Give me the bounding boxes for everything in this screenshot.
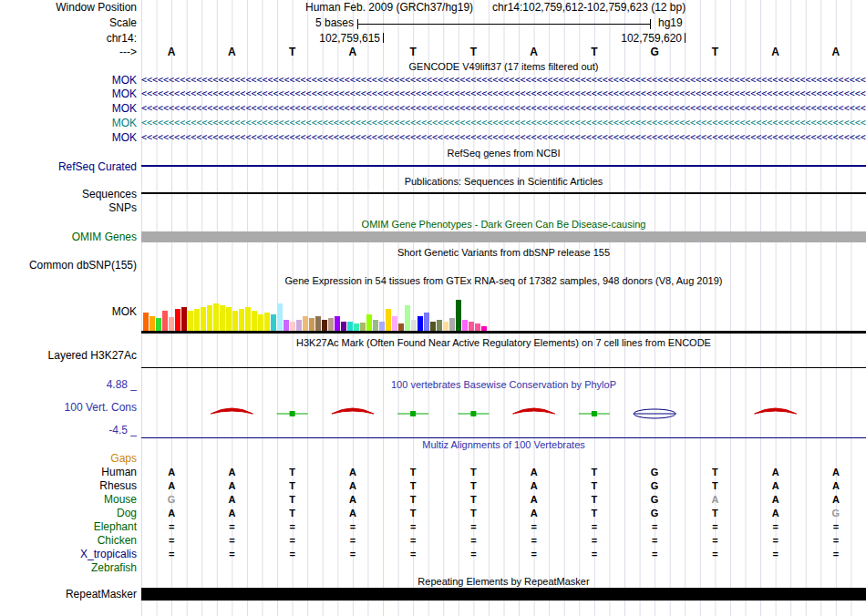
alignment-cell: G	[832, 508, 840, 519]
gtex-tissue-bar[interactable]	[335, 316, 340, 331]
sequences-label[interactable]: Sequences	[0, 189, 137, 200]
repeatmasker-bar[interactable]	[141, 588, 866, 601]
gtex-tissue-bar[interactable]	[424, 313, 429, 331]
alignment-cell: A	[349, 508, 356, 519]
chrom-label: chr14:	[0, 33, 137, 45]
gtex-tissue-bar[interactable]	[322, 320, 327, 331]
gene-label[interactable]: MOK	[0, 103, 137, 115]
gtex-gene-label[interactable]: MOK	[0, 306, 137, 318]
gtex-tissue-bar[interactable]	[437, 320, 442, 331]
gtex-tissue-bar[interactable]	[213, 303, 219, 331]
gtex-tissue-bar[interactable]	[354, 323, 359, 331]
gtex-tissue-bar[interactable]	[188, 311, 193, 331]
gene-label[interactable]: MOK	[0, 75, 137, 87]
gtex-tissue-bar[interactable]	[175, 309, 180, 331]
snps-label[interactable]: SNPs	[0, 202, 137, 214]
alignment-cell: A	[531, 508, 538, 519]
gtex-tissue-bar[interactable]	[373, 320, 378, 331]
gtex-tissue-bar[interactable]	[328, 318, 334, 331]
gene-track-row[interactable]: <<<<<<<<<<<<<<<<<<<<<<<<<<<<<<<<<<<<<<<<…	[141, 132, 866, 144]
alignment-cell: =	[833, 549, 839, 560]
refseq-curated-label[interactable]: RefSeq Curated	[0, 161, 137, 173]
gtex-tissue-bar[interactable]	[284, 320, 289, 331]
gtex-tissue-bar[interactable]	[264, 313, 270, 331]
alignment-cell: A	[832, 480, 840, 492]
gtex-tissue-bar[interactable]	[341, 322, 346, 331]
gtex-tissue-bar[interactable]	[315, 316, 321, 331]
species-label[interactable]: Dog	[0, 508, 137, 519]
phylop-conservation-track[interactable]	[141, 390, 866, 436]
gtex-tissue-bar[interactable]	[443, 322, 448, 331]
gtex-tissue-bar[interactable]	[239, 309, 244, 331]
species-label[interactable]: Rhesus	[0, 480, 137, 492]
alignment-cell: =	[833, 521, 839, 533]
gtex-tissue-bar[interactable]	[271, 314, 276, 331]
omim-genes-label[interactable]: OMIM Genes	[0, 231, 137, 243]
species-label[interactable]: Gaps	[0, 453, 137, 465]
gtex-expression-bars	[143, 296, 488, 331]
gtex-tissue-bar[interactable]	[156, 318, 161, 331]
refseq-gene-bar[interactable]	[141, 165, 866, 167]
omim-gene-bar[interactable]	[141, 231, 866, 242]
species-label[interactable]: X_tropicalis	[0, 549, 137, 560]
alignment-cell: T	[712, 508, 718, 519]
gtex-tissue-bar[interactable]	[143, 313, 149, 331]
species-label[interactable]: Zebrafish	[0, 562, 137, 574]
dbsnp-label[interactable]: Common dbSNP(155)	[0, 260, 137, 272]
gene-label[interactable]: MOK	[0, 118, 137, 129]
gtex-tissue-bar[interactable]	[290, 322, 295, 331]
species-label[interactable]: Human	[0, 467, 137, 478]
gtex-tissue-bar[interactable]	[469, 322, 474, 331]
species-label[interactable]: Mouse	[0, 494, 137, 506]
gtex-tissue-bar[interactable]	[347, 322, 353, 331]
gtex-tissue-bar[interactable]	[232, 311, 238, 331]
gtex-tissue-bar[interactable]	[162, 311, 168, 331]
gene-track-row[interactable]: <<<<<<<<<<<<<<<<<<<<<<<<<<<<<<<<<<<<<<<<…	[141, 103, 866, 115]
gtex-tissue-bar[interactable]	[366, 314, 372, 331]
h3k27ac-label[interactable]: Layered H3K27Ac	[0, 350, 137, 362]
gtex-tissue-bar[interactable]	[252, 311, 257, 331]
gtex-tissue-bar[interactable]	[226, 307, 232, 331]
gene-track-row[interactable]: <<<<<<<<<<<<<<<<<<<<<<<<<<<<<<<<<<<<<<<<…	[141, 88, 866, 100]
gtex-tissue-bar[interactable]	[149, 316, 155, 331]
gtex-tissue-bar[interactable]	[386, 309, 391, 331]
gtex-tissue-bar[interactable]	[430, 322, 436, 331]
gtex-tissue-bar[interactable]	[379, 322, 385, 331]
scale-value: 5 bases	[301, 17, 354, 29]
gtex-tissue-bar[interactable]	[169, 317, 174, 331]
gene-label[interactable]: MOK	[0, 132, 137, 144]
gtex-tissue-bar[interactable]	[220, 305, 225, 331]
gtex-tissue-bar[interactable]	[277, 303, 283, 331]
species-label[interactable]: Chicken	[0, 535, 137, 547]
alignment-cell: =	[289, 521, 294, 533]
gtex-tissue-bar[interactable]	[181, 307, 187, 331]
gtex-tissue-bar[interactable]	[207, 305, 212, 331]
gtex-tissue-bar[interactable]	[360, 323, 366, 331]
phylop-track-label[interactable]: 100 Vert. Cons	[0, 402, 137, 414]
gtex-tissue-bar[interactable]	[462, 320, 468, 331]
gtex-tissue-bar[interactable]	[398, 323, 404, 331]
species-label[interactable]: Elephant	[0, 521, 137, 533]
gtex-tissue-bar[interactable]	[201, 307, 206, 331]
sequences-bar[interactable]	[141, 192, 866, 194]
gene-label[interactable]: MOK	[0, 88, 137, 100]
gtex-tissue-bar[interactable]	[296, 320, 302, 331]
gene-track-row[interactable]: <<<<<<<<<<<<<<<<<<<<<<<<<<<<<<<<<<<<<<<<…	[141, 75, 866, 87]
alignment-cell: =	[470, 521, 476, 533]
gtex-tissue-bar[interactable]	[405, 305, 410, 331]
gtex-tissue-bar[interactable]	[475, 323, 480, 331]
gtex-tissue-bar[interactable]	[258, 314, 263, 331]
coordinate-left-tick	[383, 33, 384, 43]
repeatmasker-label[interactable]: RepeatMasker	[0, 589, 137, 601]
gtex-tissue-bar[interactable]	[418, 316, 423, 331]
gtex-tissue-bar[interactable]	[245, 307, 251, 331]
gtex-tissue-bar[interactable]	[309, 318, 314, 331]
gtex-tissue-bar[interactable]	[456, 300, 461, 331]
gtex-tissue-bar[interactable]	[392, 316, 397, 331]
gtex-tissue-bar[interactable]	[449, 318, 455, 331]
gene-track-row[interactable]: <<<<<<<<<<<<<<<<<<<<<<<<<<<<<<<<<<<<<<<<…	[141, 118, 866, 129]
gtex-tissue-bar[interactable]	[411, 320, 417, 331]
gtex-tissue-bar[interactable]	[303, 316, 308, 331]
gtex-tissue-bar[interactable]	[194, 309, 200, 331]
base-letter: T	[289, 46, 295, 58]
